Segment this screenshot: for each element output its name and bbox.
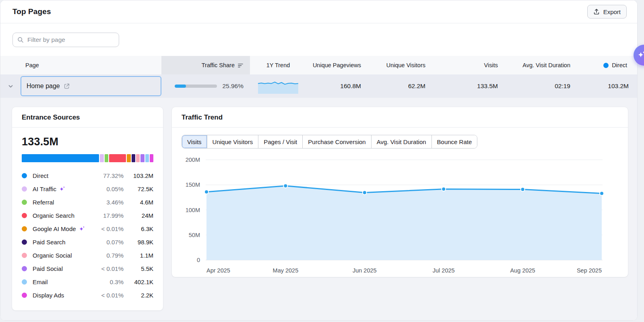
direct-channel-dot: [603, 63, 609, 68]
legend-value: 72.5K: [124, 186, 153, 192]
top-pages-card: Top Pages Export Page Traffic: [0, 0, 638, 321]
table-header: Page Traffic Share 1Y Trend Unique Pagev…: [0, 56, 637, 74]
legend-percent: 77.32%: [95, 172, 124, 179]
legend-dot: [22, 213, 27, 218]
stacked-bar-segment: [145, 154, 149, 162]
legend-value: 103.2M: [124, 172, 153, 179]
avg-visit-duration-value: 02:19: [504, 83, 576, 90]
traffic-trend-chart-wrap: 050M100M150M200MApr 2025May 2025Jun 2025…: [182, 155, 618, 277]
ai-sparkle-icon: [59, 186, 66, 192]
entrance-sources-legend: Direct77.32%103.2MAI Traffic 0.05%72.5KR…: [22, 169, 153, 302]
traffic-share-cell: 25.96%: [161, 83, 250, 90]
svg-text:Jul 2025: Jul 2025: [433, 267, 455, 274]
legend-dot: [22, 293, 27, 298]
stacked-bar-segment: [22, 154, 99, 162]
entrance-sources-stacked-bar: [22, 154, 153, 162]
filter-bar: [0, 23, 637, 56]
legend-row[interactable]: Organic Social0.79%1.1M: [22, 249, 153, 262]
legend-label: Organic Search: [33, 212, 74, 219]
column-header-traffic-share[interactable]: Traffic Share: [161, 56, 250, 74]
entrance-sources-title: Entrance Sources: [12, 107, 163, 128]
legend-row[interactable]: Paid Search0.07%98.9K: [22, 235, 153, 249]
stacked-bar-segment: [140, 154, 144, 162]
tab-pages-visit[interactable]: Pages / Visit: [258, 135, 303, 148]
stacked-bar-segment: [150, 154, 153, 162]
export-label: Export: [603, 8, 621, 15]
page-title: Top Pages: [12, 7, 51, 16]
legend-label: Paid Social: [33, 265, 63, 272]
direct-value: 103.2M: [576, 83, 638, 90]
legend-row[interactable]: Organic Search17.99%24M: [22, 209, 153, 222]
legend-label: Paid Search: [33, 239, 66, 246]
legend-percent: 0.05%: [95, 186, 124, 192]
legend-value: 5.5K: [124, 265, 153, 272]
legend-row[interactable]: AI Traffic 0.05%72.5K: [22, 182, 153, 196]
column-header-unique-visitors[interactable]: Unique Visitors: [367, 56, 431, 74]
header-expander-spacer: [0, 56, 21, 74]
svg-text:50M: 50M: [189, 232, 200, 238]
tab-bounce-rate[interactable]: Bounce Rate: [432, 135, 477, 148]
legend-value: 4.6M: [124, 199, 153, 206]
column-header-avg-visit-duration[interactable]: Avg. Visit Duration: [504, 56, 576, 74]
svg-text:200M: 200M: [186, 157, 200, 163]
legend-label: Direct: [33, 172, 48, 179]
column-header-visits[interactable]: Visits: [431, 56, 504, 74]
stacked-bar-segment: [109, 154, 126, 162]
legend-percent: < 0.01%: [95, 292, 124, 299]
legend-row[interactable]: Email0.3%402.1K: [22, 275, 153, 289]
traffic-share-value: 25.96%: [222, 83, 244, 90]
legend-label: Display Ads: [33, 292, 64, 299]
ai-sparkle-icon: [637, 50, 644, 60]
unique-pageviews-value: 160.8M: [306, 83, 367, 90]
legend-percent: 0.07%: [95, 239, 124, 246]
column-header-direct[interactable]: Direct: [576, 56, 638, 74]
legend-value: 24M: [124, 212, 153, 219]
column-header-1y-trend[interactable]: 1Y Trend: [250, 56, 306, 74]
page-name: Home page: [27, 83, 60, 90]
legend-dot: [22, 239, 27, 245]
unique-visitors-value: 62.2M: [367, 83, 431, 90]
legend-dot: [22, 279, 27, 285]
page-cell[interactable]: Home page: [21, 76, 161, 96]
legend-percent: 0.79%: [95, 252, 124, 259]
stacked-bar-segment: [127, 154, 130, 162]
legend-dot: [22, 186, 27, 192]
export-button[interactable]: Export: [587, 5, 627, 19]
expanded-section: Entrance Sources 133.5M Direct77.32%103.…: [0, 98, 637, 320]
legend-row[interactable]: Referral3.46%4.6M: [22, 196, 153, 209]
tab-purchase-conversion[interactable]: Purchase Conversion: [303, 135, 371, 148]
tab-avg-visit-duration[interactable]: Avg. Visit Duration: [372, 135, 432, 148]
legend-row[interactable]: Display Ads< 0.01%2.2K: [22, 289, 153, 302]
legend-percent: < 0.01%: [95, 225, 124, 232]
legend-dot: [22, 253, 27, 258]
legend-value: 98.9K: [124, 239, 153, 246]
tab-unique-visitors[interactable]: Unique Visitors: [207, 135, 259, 148]
column-header-page[interactable]: Page: [21, 56, 161, 74]
legend-label: Referral: [33, 199, 54, 206]
sparkline-chart: [258, 78, 298, 94]
traffic-share-label: Traffic Share: [202, 62, 235, 68]
legend-dot: [22, 226, 27, 231]
legend-percent: < 0.01%: [95, 265, 124, 272]
tab-visits[interactable]: Visits: [182, 135, 207, 148]
filter-input[interactable]: [27, 36, 114, 43]
legend-value: 2.2K: [124, 292, 153, 299]
table-row: Home page 25.96% 160.8M 62.2M 133.5M 02:…: [0, 74, 637, 98]
stacked-bar-segment: [105, 154, 108, 162]
legend-label: Google AI Mode: [33, 225, 86, 232]
visits-value: 133.5M: [431, 83, 504, 90]
row-expander[interactable]: [0, 83, 21, 89]
column-header-unique-pageviews[interactable]: Unique Pageviews: [306, 56, 367, 74]
traffic-trend-title: Traffic Trend: [172, 107, 628, 128]
stacked-bar-segment: [132, 154, 136, 162]
legend-dot: [22, 266, 27, 271]
filter-search-box[interactable]: [12, 33, 119, 47]
legend-row[interactable]: Direct77.32%103.2M: [22, 169, 153, 182]
legend-row[interactable]: Paid Social< 0.01%5.5K: [22, 262, 153, 275]
legend-row[interactable]: Google AI Mode < 0.01%6.3K: [22, 222, 153, 235]
legend-label: AI Traffic: [33, 186, 66, 192]
external-link-icon[interactable]: [64, 83, 70, 89]
sort-descending-icon: [237, 63, 244, 68]
legend-dot: [22, 200, 27, 205]
entrance-sources-total: 133.5M: [22, 136, 153, 148]
